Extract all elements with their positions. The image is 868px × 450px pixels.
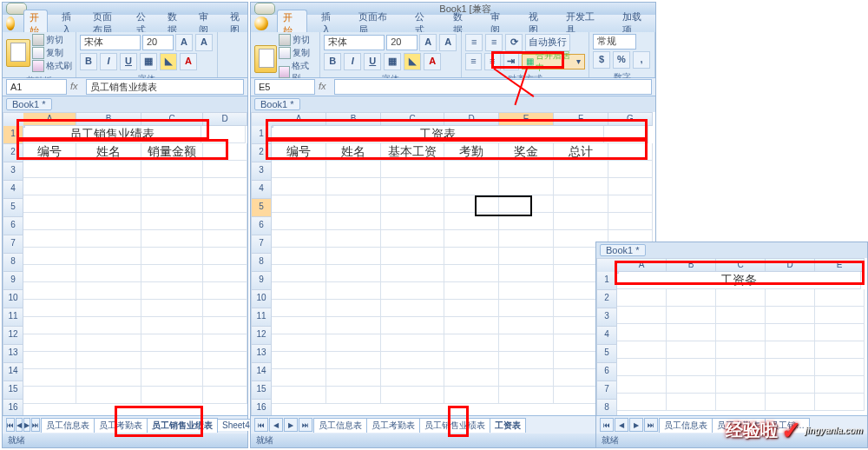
row-headers[interactable]: 12345678910111213141516 bbox=[3, 126, 23, 415]
nav-first[interactable]: ⏮ bbox=[6, 418, 15, 432]
indent-icon[interactable]: ⇥ bbox=[503, 53, 520, 70]
workbook-name[interactable]: Book1 * bbox=[254, 98, 300, 110]
row-headers[interactable]: 12345678 bbox=[596, 272, 617, 415]
header-cell[interactable]: 考勤 bbox=[444, 143, 499, 161]
header-cell[interactable]: 编号 bbox=[272, 143, 326, 161]
ribbon: 剪切 复制 格式刷 剪贴板 宋体 20 A A B I U ▦ bbox=[251, 32, 655, 78]
nav-prev[interactable]: ◀ bbox=[16, 418, 23, 432]
office-button[interactable] bbox=[254, 3, 275, 15]
fill-color-button[interactable]: ◣ bbox=[160, 53, 177, 70]
header-cell[interactable]: 姓名 bbox=[76, 143, 141, 161]
fx-icon[interactable]: fx bbox=[319, 81, 331, 93]
sheet-tab[interactable]: 员工销售业绩表 bbox=[147, 418, 218, 433]
grid[interactable]: ABCDE 12345678 工资条 bbox=[596, 258, 867, 415]
nav-prev[interactable]: ◀ bbox=[269, 418, 283, 432]
decrease-font-icon[interactable]: A bbox=[439, 34, 457, 51]
nav-first[interactable]: ⏮ bbox=[600, 418, 614, 432]
border-button[interactable]: ▦ bbox=[140, 53, 157, 70]
number-format-combo[interactable]: 常规 bbox=[593, 34, 636, 50]
underline-button[interactable]: U bbox=[120, 53, 137, 70]
font-color-button[interactable]: A bbox=[424, 53, 441, 70]
column-headers[interactable]: ABCDEFG bbox=[272, 112, 655, 126]
sheet-tab[interactable]: 工资表 bbox=[490, 418, 526, 433]
underline-button[interactable]: U bbox=[364, 53, 381, 70]
title-cell[interactable]: 工资表 bbox=[272, 126, 604, 143]
bold-button[interactable]: B bbox=[80, 53, 97, 70]
name-box[interactable]: A1 bbox=[6, 79, 67, 95]
italic-button[interactable]: I bbox=[100, 53, 117, 70]
font-size-combo[interactable]: 20 bbox=[142, 35, 174, 50]
title-cell[interactable]: 工资条 bbox=[617, 272, 861, 289]
workbook-name[interactable]: Book1 * bbox=[600, 244, 646, 256]
currency-icon[interactable]: $ bbox=[593, 51, 610, 69]
copy-button[interactable]: 复制 bbox=[32, 47, 72, 59]
font-color-button[interactable]: A bbox=[180, 53, 197, 70]
header-cell[interactable]: 总计 bbox=[554, 143, 608, 161]
copy-button[interactable]: 复制 bbox=[279, 47, 316, 59]
office-orb[interactable] bbox=[254, 17, 268, 30]
italic-button[interactable]: I bbox=[344, 53, 361, 70]
header-cell[interactable]: 姓名 bbox=[326, 143, 381, 161]
cut-button[interactable]: 剪切 bbox=[279, 34, 316, 46]
paste-icon[interactable] bbox=[6, 39, 30, 67]
comma-icon[interactable]: , bbox=[633, 51, 650, 69]
header-cell[interactable]: 销量金额 bbox=[141, 143, 203, 161]
increase-font-icon[interactable]: A bbox=[419, 34, 437, 51]
nav-next[interactable]: ▶ bbox=[23, 418, 30, 432]
formula-content[interactable]: 员工销售业绩表 bbox=[86, 79, 244, 95]
sheet-tab[interactable]: 员工考勤表 bbox=[366, 418, 420, 433]
title-cell[interactable]: 员工销售业绩表 bbox=[23, 126, 201, 143]
nav-prev[interactable]: ◀ bbox=[615, 418, 628, 432]
align-top-icon[interactable]: ≡ bbox=[465, 34, 483, 51]
fill-color-button[interactable]: ◣ bbox=[404, 53, 421, 70]
format-painter-button[interactable]: 格式刷 bbox=[32, 60, 72, 72]
header-cell[interactable]: 基本工资 bbox=[381, 143, 444, 161]
column-headers[interactable]: ABCD bbox=[23, 112, 247, 126]
font-size-combo[interactable]: 20 bbox=[386, 35, 418, 50]
nav-last[interactable]: ⏭ bbox=[299, 418, 312, 432]
row-headers[interactable]: 12345678910111213141516 bbox=[251, 126, 272, 415]
align-mid-icon[interactable]: ≡ bbox=[485, 34, 503, 51]
grid[interactable]: ABCD 12345678910111213141516 员工销售业绩表 编号姓… bbox=[3, 112, 247, 415]
bold-button[interactable]: B bbox=[324, 53, 341, 70]
font-name-combo[interactable]: 宋体 bbox=[80, 35, 141, 50]
group-number: 常规 $%, 数字 bbox=[589, 32, 655, 77]
increase-font-icon[interactable]: A bbox=[175, 34, 193, 51]
sheet-tab[interactable]: 员工信息表 bbox=[41, 418, 95, 433]
cut-button[interactable]: 剪切 bbox=[32, 34, 72, 46]
cells[interactable]: 员工销售业绩表 编号姓名销量金额 bbox=[23, 126, 247, 415]
nav-last[interactable]: ⏭ bbox=[31, 418, 40, 432]
formula-bar: E5 fx bbox=[251, 78, 655, 96]
nav-next[interactable]: ▶ bbox=[284, 418, 298, 432]
formula-content[interactable] bbox=[334, 79, 652, 95]
paste-icon[interactable] bbox=[254, 45, 277, 73]
cells[interactable]: 工资条 bbox=[617, 272, 867, 415]
align-center-icon[interactable]: ≡ bbox=[484, 53, 501, 70]
name-box[interactable]: E5 bbox=[254, 79, 315, 95]
border-button[interactable]: ▦ bbox=[384, 53, 401, 70]
header-cell[interactable]: 编号 bbox=[23, 143, 76, 161]
wrap-text-button[interactable]: 自动换行 bbox=[525, 34, 570, 51]
formula-bar: A1 fx 员工销售业绩表 bbox=[3, 78, 247, 96]
header-cell[interactable]: 奖金 bbox=[499, 143, 554, 161]
percent-icon[interactable]: % bbox=[613, 51, 630, 69]
fx-icon[interactable]: fx bbox=[70, 81, 82, 93]
font-name-combo[interactable]: 宋体 bbox=[324, 35, 385, 50]
align-orient-icon[interactable]: ⟳ bbox=[505, 34, 523, 51]
nav-last[interactable]: ⏭ bbox=[644, 418, 658, 432]
nav-next[interactable]: ▶ bbox=[629, 418, 643, 432]
merge-center-button[interactable]: ▦合并后居中▾ bbox=[522, 54, 585, 69]
sheet-tab[interactable]: 员工考勤表 bbox=[94, 418, 148, 433]
group-font: 宋体 20 A A B I U ▦ ◣ A 字体 bbox=[320, 32, 462, 77]
column-headers[interactable]: ABCDE bbox=[617, 258, 867, 272]
sheet-tab[interactable]: 员工信息表 bbox=[313, 418, 367, 433]
sheet-tab[interactable]: 员工信息表 bbox=[659, 418, 713, 433]
align-left-icon[interactable]: ≡ bbox=[465, 53, 482, 70]
workbook-name[interactable]: Book1 * bbox=[6, 98, 52, 110]
group-align: ≡ ≡ ⟳ 自动换行 ≡ ≡ ⇥ ▦合并后居中▾ 对齐方式 bbox=[462, 32, 589, 77]
status-bar: 就绪 bbox=[3, 433, 247, 447]
decrease-font-icon[interactable]: A bbox=[195, 34, 213, 51]
nav-first[interactable]: ⏮ bbox=[254, 418, 268, 432]
office-orb[interactable] bbox=[6, 17, 15, 30]
sheet-tab[interactable]: 员工销售业绩表 bbox=[419, 418, 490, 433]
